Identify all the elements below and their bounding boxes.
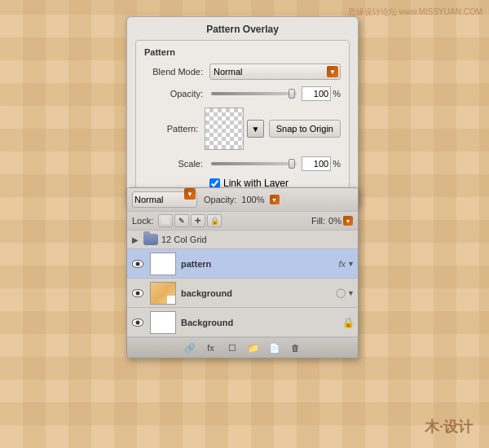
section-title: Pattern xyxy=(144,47,341,57)
thumb-bg xyxy=(151,283,175,304)
layer-thumbnail xyxy=(150,253,176,275)
layer-info: Background xyxy=(178,317,342,328)
new-layer-button[interactable]: 📄 xyxy=(267,341,282,354)
visibility-eye-icon[interactable] xyxy=(127,318,148,327)
lock-all-button[interactable]: 🔒 xyxy=(207,214,222,227)
layer-row[interactable]: pattern fx ▼ xyxy=(127,249,358,279)
layer-circle-icon: ◯ xyxy=(336,288,346,298)
folder-icon xyxy=(143,234,158,245)
scale-percent: % xyxy=(333,159,341,169)
layers-opacity-value: 100% xyxy=(241,195,264,204)
layer-right: 🔒 xyxy=(342,317,358,328)
layers-fill-label: Fill: xyxy=(311,216,325,226)
fx-expand-arrow-icon[interactable]: ▼ xyxy=(347,260,355,268)
blend-mode-row: Blend Mode: Normal Dissolve Multiply Scr… xyxy=(144,64,341,80)
lock-icon: 🔒 xyxy=(342,317,355,328)
opacity-label: Opacity: xyxy=(144,89,209,99)
scale-slider-thumb[interactable] xyxy=(289,159,295,169)
panel-title: Pattern Overlay xyxy=(135,24,350,35)
layer-name: background xyxy=(181,288,232,298)
layers-mode-wrapper[interactable]: Normal Multiply Screen ▼ xyxy=(132,191,197,208)
layer-right: ◯ ▼ xyxy=(336,288,358,298)
blend-mode-select-wrapper[interactable]: Normal Dissolve Multiply Screen ▼ xyxy=(209,64,341,80)
eye-icon xyxy=(132,318,143,327)
opacity-slider-thumb[interactable] xyxy=(289,89,295,99)
layer-row[interactable]: background ◯ ▼ xyxy=(127,279,358,308)
new-group-button[interactable]: 📁 xyxy=(246,341,261,354)
scale-input[interactable] xyxy=(302,156,331,171)
pattern-row: Pattern: ▼ Snap to Origin xyxy=(144,108,341,150)
add-mask-button[interactable]: ☐ xyxy=(225,341,240,354)
thumb-bg-mask xyxy=(167,296,175,304)
layers-toolbar: Lock: ⬜ ✎ ✛ 🔒 Fill: 0% ▼ xyxy=(127,212,358,231)
opacity-row: Opacity: % xyxy=(144,86,341,101)
layer-row[interactable]: Background 🔒 xyxy=(127,308,358,337)
layer-group-row: ▶ 12 Col Grid xyxy=(127,231,358,249)
lock-position-button[interactable]: ✛ xyxy=(191,214,205,227)
watermark: 思缘设计论坛 www.MISSYUAN.COM xyxy=(348,7,482,18)
signature: 木·设计 xyxy=(425,417,473,437)
layers-footer: 🔗 fx ☐ 📁 📄 🗑 xyxy=(127,337,358,358)
layer-right-arrow-icon[interactable]: ▼ xyxy=(347,289,355,297)
scale-label: Scale: xyxy=(144,159,209,169)
opacity-slider-track[interactable] xyxy=(211,92,297,95)
layer-info: pattern xyxy=(178,258,339,270)
pattern-picker-button[interactable]: ▼ xyxy=(247,120,263,138)
scale-row: Scale: % xyxy=(144,156,341,171)
add-fx-button[interactable]: fx xyxy=(204,341,218,354)
layer-thumbnail xyxy=(150,311,176,334)
layers-opacity-arrow-icon[interactable]: ▼ xyxy=(270,195,280,204)
opacity-percent: % xyxy=(333,89,341,99)
pattern-overlay-panel: Pattern Overlay Pattern Blend Mode: Norm… xyxy=(126,16,359,207)
lock-move-button[interactable]: ✎ xyxy=(174,214,189,227)
scale-slider-track[interactable] xyxy=(211,162,297,165)
blend-mode-label: Blend Mode: xyxy=(144,67,209,77)
layer-name: Background xyxy=(181,318,233,327)
visibility-eye-icon[interactable] xyxy=(127,289,148,297)
group-expand-arrow-icon[interactable]: ▶ xyxy=(132,235,140,244)
layer-name: pattern xyxy=(181,259,211,269)
snap-to-origin-button[interactable]: Snap to Origin xyxy=(269,120,341,138)
group-label: 12 Col Grid xyxy=(161,235,353,244)
eye-icon xyxy=(132,289,143,297)
layer-right: fx ▼ xyxy=(339,259,358,269)
delete-layer-button[interactable]: 🗑 xyxy=(289,341,303,354)
layers-lock-label: Lock: xyxy=(132,216,153,226)
layers-panel: Normal Multiply Screen ▼ Opacity: 100% ▼… xyxy=(126,187,359,358)
pattern-label: Pattern: xyxy=(144,124,205,134)
thumb-white xyxy=(151,312,175,333)
thumb-white xyxy=(151,253,175,275)
layer-thumbnail xyxy=(150,282,176,305)
eye-icon xyxy=(132,260,143,268)
layers-opacity-label: Opacity: xyxy=(204,195,236,204)
visibility-eye-icon[interactable] xyxy=(127,260,148,268)
pattern-preview[interactable] xyxy=(205,108,244,150)
layers-fill-arrow-icon[interactable]: ▼ xyxy=(343,216,353,226)
layer-info: background xyxy=(178,288,336,299)
lock-image-button[interactable]: ⬜ xyxy=(158,214,173,227)
link-layers-button[interactable]: 🔗 xyxy=(183,341,197,354)
layers-topbar: Normal Multiply Screen ▼ Opacity: 100% ▼ xyxy=(127,188,358,212)
blend-mode-select[interactable]: Normal Dissolve Multiply Screen xyxy=(209,64,341,80)
layers-mode-select[interactable]: Normal Multiply Screen xyxy=(132,191,197,208)
fx-badge: fx xyxy=(339,259,346,269)
panel-section: Pattern Blend Mode: Normal Dissolve Mult… xyxy=(135,40,350,198)
layers-fill-value: 0% xyxy=(328,216,341,226)
opacity-input[interactable] xyxy=(302,86,331,101)
